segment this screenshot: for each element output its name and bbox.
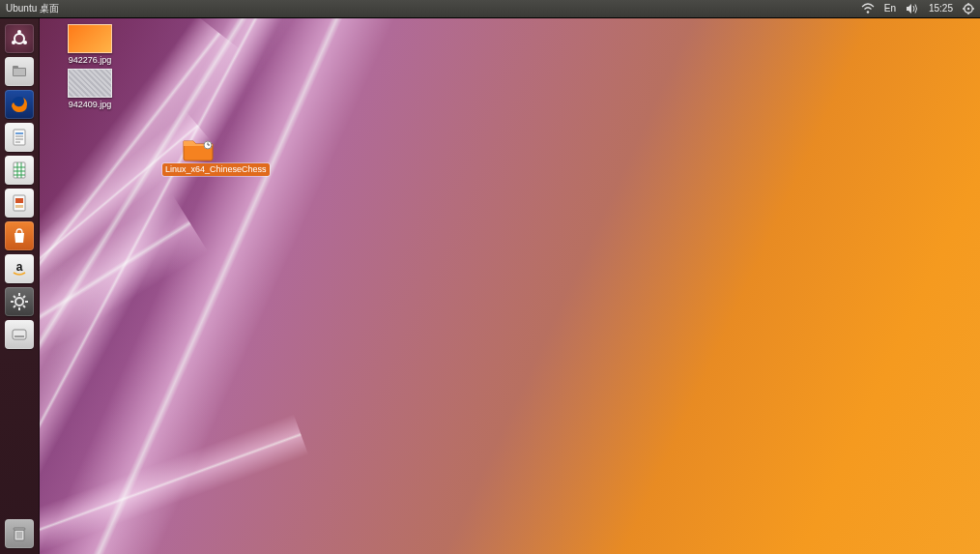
folder-icon bbox=[182, 136, 215, 161]
launcher-writer[interactable] bbox=[5, 123, 34, 152]
session-indicator[interactable] bbox=[963, 0, 974, 17]
desktop-file-1[interactable]: 942276.jpg bbox=[56, 24, 124, 65]
svg-line-38 bbox=[23, 296, 25, 298]
launcher-settings[interactable] bbox=[5, 287, 34, 316]
desktop-folder-label: Linux_x64_ChineseChess bbox=[162, 163, 270, 176]
image-thumbnail-icon bbox=[68, 69, 112, 98]
files-icon bbox=[10, 62, 29, 81]
svg-point-0 bbox=[866, 11, 869, 14]
shopping-bag-icon bbox=[10, 226, 29, 246]
amazon-icon: a bbox=[10, 259, 29, 278]
desktop[interactable]: 942276.jpg 942409.jpg Linux_x64_ChineseC… bbox=[39, 18, 980, 554]
firefox-icon bbox=[10, 95, 29, 114]
launcher-amazon[interactable]: a bbox=[5, 254, 34, 283]
svg-point-10 bbox=[23, 41, 27, 44]
svg-point-9 bbox=[12, 41, 15, 44]
svg-point-30 bbox=[15, 298, 23, 306]
svg-text:a: a bbox=[16, 260, 23, 274]
svg-rect-27 bbox=[15, 198, 23, 203]
active-app-title: Ubuntu 桌面 bbox=[0, 0, 59, 17]
svg-rect-39 bbox=[13, 330, 26, 339]
spreadsheet-icon bbox=[10, 160, 29, 180]
desktop-file-2[interactable]: 942409.jpg bbox=[56, 69, 124, 109]
svg-rect-20 bbox=[14, 162, 25, 178]
document-icon bbox=[10, 128, 29, 147]
svg-point-8 bbox=[17, 30, 21, 34]
image-thumbnail-icon bbox=[68, 24, 112, 53]
svg-line-35 bbox=[14, 296, 15, 298]
svg-line-36 bbox=[23, 306, 25, 307]
trash-icon bbox=[10, 524, 29, 543]
svg-point-7 bbox=[14, 34, 24, 44]
sound-indicator[interactable] bbox=[906, 0, 919, 17]
svg-rect-13 bbox=[14, 69, 25, 75]
svg-line-37 bbox=[14, 306, 15, 307]
network-indicator[interactable] bbox=[861, 0, 875, 17]
launcher-firefox[interactable] bbox=[5, 90, 34, 119]
svg-rect-15 bbox=[14, 130, 25, 145]
svg-rect-40 bbox=[14, 335, 24, 337]
indicator-area: En 15:25 bbox=[861, 0, 974, 17]
top-panel: Ubuntu 桌面 En 15:25 bbox=[0, 0, 980, 18]
launcher: a bbox=[0, 18, 40, 554]
launcher-disk[interactable] bbox=[5, 320, 34, 349]
clock-indicator[interactable]: 15:25 bbox=[929, 0, 953, 17]
svg-rect-12 bbox=[13, 66, 18, 69]
launcher-files[interactable] bbox=[5, 57, 34, 86]
launcher-software[interactable] bbox=[5, 221, 34, 250]
svg-rect-42 bbox=[14, 528, 25, 530]
wifi-icon bbox=[861, 3, 875, 15]
presentation-icon bbox=[10, 193, 29, 213]
ime-indicator[interactable]: En bbox=[884, 0, 896, 17]
launcher-calc[interactable] bbox=[5, 156, 34, 185]
launcher-trash[interactable] bbox=[5, 519, 34, 548]
settings-gear-icon bbox=[10, 292, 29, 311]
svg-point-2 bbox=[967, 8, 970, 11]
wallpaper bbox=[39, 18, 980, 554]
desktop-file-label: 942409.jpg bbox=[67, 100, 114, 109]
launcher-dash[interactable] bbox=[5, 24, 34, 53]
volume-icon bbox=[906, 3, 919, 15]
launcher-impress[interactable] bbox=[5, 189, 34, 218]
desktop-file-label: 942276.jpg bbox=[67, 55, 114, 65]
gear-icon bbox=[963, 3, 974, 15]
svg-rect-28 bbox=[15, 205, 23, 208]
desktop-folder[interactable]: Linux_x64_ChineseChess bbox=[162, 136, 234, 176]
ubuntu-logo-icon bbox=[10, 29, 29, 48]
disk-drive-icon bbox=[10, 325, 29, 344]
